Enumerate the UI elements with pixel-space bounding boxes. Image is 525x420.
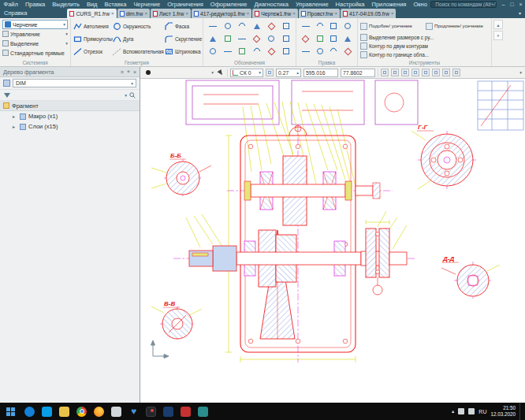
taskbar-app-icon[interactable] (181, 407, 191, 417)
linear-dimension-icon[interactable] (208, 21, 218, 32)
workspace-selector[interactable]: Черчение ▾ (2, 20, 68, 29)
equidistant-icon[interactable] (329, 46, 339, 57)
menu-insert[interactable]: Вставка (101, 0, 130, 9)
chamfer-button[interactable]: Фаска (165, 22, 203, 31)
tab-close-icon[interactable]: × (247, 11, 250, 16)
alignment-snap-icon[interactable] (432, 69, 440, 76)
segment-button[interactable]: Отрезок (73, 47, 113, 56)
spinner-icon[interactable]: ▴ (296, 70, 299, 75)
x-coordinate-input[interactable]: 595.016 (303, 69, 338, 77)
tab-close-icon[interactable]: × (111, 11, 114, 16)
drawing-canvas[interactable]: Б-Б В-В Г-Г (140, 79, 525, 403)
tree-search-icon[interactable] (129, 92, 136, 98)
circle-tool-button[interactable]: Окружность (113, 22, 165, 31)
coordinate-system-select[interactable]: СК 0 ▾ (230, 69, 263, 77)
browser-icon[interactable] (24, 407, 35, 417)
command-search-input[interactable]: Поиск по командам (Alt+/) (430, 1, 497, 8)
delete-part-icon[interactable] (343, 34, 353, 44)
view-arrow-icon[interactable] (266, 34, 277, 44)
menu-window[interactable]: Окно (410, 0, 430, 9)
angle-dimension-icon[interactable] (251, 21, 262, 32)
auto-create-icon[interactable] (143, 69, 152, 77)
align-icon[interactable] (315, 46, 325, 57)
firefox-icon[interactable] (94, 407, 104, 417)
marking-icon[interactable] (266, 46, 277, 57)
section-line-icon[interactable] (251, 34, 262, 44)
arc-tool-button[interactable]: Дуга (113, 35, 165, 43)
expand-icon[interactable]: ▸ (13, 113, 17, 119)
tree-item-macro[interactable]: ▸ Макро (x1) (0, 111, 140, 121)
menu-edit[interactable]: Правка (21, 0, 48, 9)
network-icon[interactable] (468, 408, 475, 414)
skype-icon[interactable] (42, 407, 52, 417)
volume-icon[interactable] (458, 408, 464, 414)
kompas-app-icon[interactable] (163, 407, 173, 417)
contour-by-boundary-button[interactable]: Контур по границе обла... (360, 50, 489, 59)
selection-button[interactable]: Выделение ▾ (2, 39, 68, 48)
angle-snap-icon[interactable] (391, 69, 399, 76)
table-icon[interactable] (281, 34, 291, 44)
filter-funnel-icon[interactable] (4, 93, 10, 98)
menu-constraints[interactable]: Ограничения (164, 0, 207, 9)
similarity-trim-button[interactable]: Подобие/ усечение (360, 20, 423, 33)
panel-pin-icon[interactable]: ⌖ (127, 69, 130, 75)
extend-trim-button[interactable]: Продление/ усечение (426, 20, 489, 33)
chevron-down-icon[interactable]: ▾ (125, 93, 127, 98)
ortho-mode-icon[interactable] (381, 69, 389, 76)
menu-settings[interactable]: Настройка (332, 0, 368, 9)
chrome-icon[interactable] (76, 407, 87, 417)
menu-view[interactable]: Вид (83, 0, 101, 9)
taskbar-app-icon[interactable] (111, 407, 121, 417)
diameter-dimension-icon[interactable] (222, 21, 233, 32)
layer-combo[interactable]: DIM ▾ (13, 79, 136, 87)
tab-close-icon[interactable]: × (145, 11, 148, 16)
recorder-app-icon[interactable] (146, 407, 156, 417)
management-button[interactable]: Управление ▾ (2, 29, 68, 39)
start-button[interactable] (0, 403, 20, 420)
roughness-icon[interactable] (208, 34, 218, 44)
scale-icon[interactable] (315, 34, 325, 44)
document-tab-dim[interactable]: dim.frw × (117, 9, 150, 18)
close-button[interactable]: × (516, 0, 525, 9)
intersection-snap-icon[interactable] (411, 69, 419, 76)
menu-drawing[interactable]: Черчение (130, 0, 164, 9)
tab-close-icon[interactable]: × (391, 11, 394, 16)
leader-icon[interactable] (266, 21, 277, 32)
menu-help[interactable]: Справка (0, 9, 31, 18)
contour-two-curves-button[interactable]: Контур по двум контурам (360, 42, 489, 50)
radius-dimension-icon[interactable] (237, 21, 248, 32)
break-curve-icon[interactable] (300, 46, 311, 57)
document-tab-417-04[interactable]: 417-04\19.05.frw × (341, 9, 397, 18)
language-indicator[interactable]: RU (478, 409, 486, 414)
heart-app-icon[interactable]: ♥ (128, 407, 139, 417)
document-tab-provst[interactable]: Провст.frw × (299, 9, 340, 18)
taskbar-app-icon[interactable] (198, 407, 208, 417)
expand-icon[interactable]: ▸ (13, 124, 17, 129)
move-icon[interactable] (329, 21, 339, 32)
rotate-icon[interactable] (343, 21, 353, 32)
tree-root-row[interactable]: Фрагмент (0, 101, 140, 111)
nearest-point-snap-icon[interactable] (442, 69, 450, 76)
trim-icon[interactable] (300, 21, 311, 32)
dimension-selection-button[interactable]: Выделение размеров с ру... (360, 33, 489, 42)
autoline-button[interactable]: Автолиния (73, 22, 113, 31)
chevron-down-icon[interactable]: ▾ (519, 70, 522, 75)
file-explorer-icon[interactable] (59, 407, 69, 417)
panel-close-icon[interactable]: × (133, 69, 136, 75)
document-tab-list1[interactable]: Лист 1.frw × (151, 9, 191, 18)
layer-manager-icon[interactable] (3, 80, 10, 87)
construction-line-button[interactable]: Вспомогательная прямая (113, 47, 165, 56)
ribbon-collapse-icon[interactable]: ▴ (493, 20, 503, 29)
copy-icon[interactable] (329, 34, 339, 44)
panel-menu-icon[interactable]: ≡ (121, 69, 124, 75)
tree-item-layers[interactable]: ▸ Слои (x15) (0, 121, 140, 132)
hatch-region-icon[interactable] (281, 46, 291, 57)
extend-icon[interactable] (315, 21, 325, 32)
show-desktop-button[interactable] (519, 403, 523, 420)
y-coordinate-input[interactable]: 77.8602 (341, 69, 375, 77)
menu-diagnostics[interactable]: Диагностика (251, 0, 292, 9)
midpoint-snap-icon[interactable] (401, 69, 409, 76)
maximize-button[interactable]: □ (508, 0, 516, 9)
tolerance-frame-icon[interactable] (237, 46, 248, 57)
position-leader-icon[interactable] (208, 46, 218, 57)
